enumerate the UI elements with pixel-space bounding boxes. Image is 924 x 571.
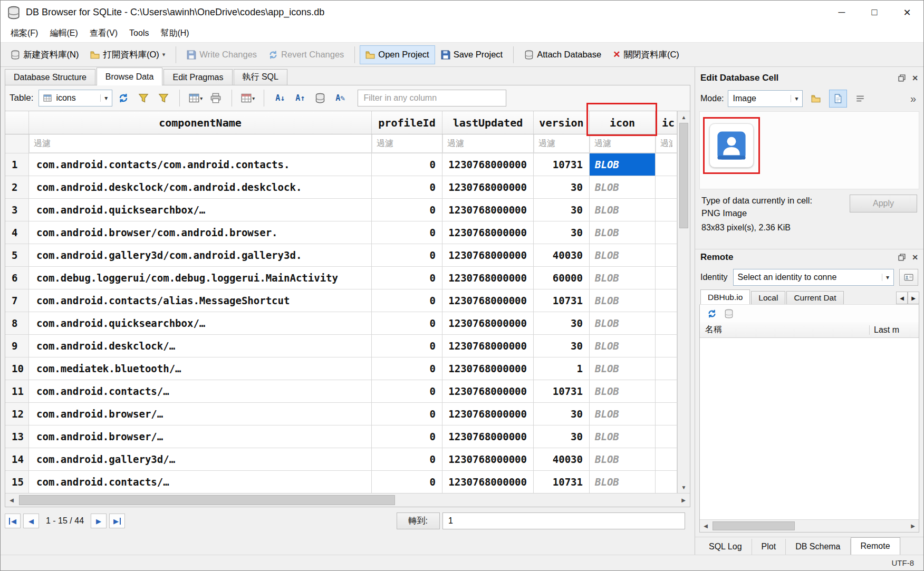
tab-local[interactable]: Local xyxy=(751,291,785,304)
filter-input-icon[interactable] xyxy=(590,134,655,153)
horizontal-scroll-track[interactable] xyxy=(18,493,677,507)
row-number[interactable]: 7 xyxy=(5,289,29,312)
cell-version[interactable]: 1 xyxy=(534,357,590,380)
cell-profileId[interactable]: 0 xyxy=(372,199,442,221)
cell-lastUpdated[interactable]: 1230768000000 xyxy=(442,425,534,448)
cell-profileId[interactable]: 0 xyxy=(372,267,442,289)
table-select[interactable]: icons ▾ xyxy=(38,90,112,107)
cell-lastUpdated[interactable]: 1230768000000 xyxy=(442,267,534,289)
cell-profileId[interactable]: 0 xyxy=(372,448,442,471)
filter-input-profileId[interactable] xyxy=(372,134,442,153)
cell-profileId[interactable]: 0 xyxy=(372,176,442,199)
cell-icon[interactable]: BLOB xyxy=(590,289,656,312)
cell-componentName[interactable]: com.android.contacts/com.android.contact… xyxy=(29,153,372,176)
remote-scroll-thumb[interactable] xyxy=(713,521,795,530)
row-number[interactable]: 13 xyxy=(5,425,29,448)
apply-button[interactable]: Apply xyxy=(850,195,917,212)
cell-icon[interactable]: BLOB xyxy=(590,335,656,357)
cell-partial[interactable] xyxy=(656,357,677,380)
cell-componentName[interactable]: com.android.browser/com.android.browser. xyxy=(29,221,372,244)
remote-scroll-track[interactable] xyxy=(711,520,907,532)
scroll-up-icon[interactable]: ▲ xyxy=(678,111,690,123)
cell-lastUpdated[interactable]: 1230768000000 xyxy=(442,221,534,244)
tab-remote[interactable]: Remote xyxy=(851,537,900,555)
column-header-profileId[interactable]: profileId xyxy=(372,111,442,134)
cell-version[interactable]: 30 xyxy=(534,221,590,244)
close-panel-icon[interactable]: ✕ xyxy=(912,74,918,82)
cell-partial[interactable] xyxy=(656,335,677,357)
cell-lastUpdated[interactable]: 1230768000000 xyxy=(442,176,534,199)
cell-profileId[interactable]: 0 xyxy=(372,312,442,335)
cell-icon[interactable]: BLOB xyxy=(590,448,656,471)
text-view-button[interactable] xyxy=(851,90,869,108)
cell-version[interactable]: 30 xyxy=(534,335,590,357)
filter-input-version[interactable] xyxy=(534,134,589,153)
close-database-button[interactable]: ✕ 關閉資料庫(C) xyxy=(607,45,685,64)
float-panel-icon[interactable] xyxy=(898,254,906,261)
save-filter-button[interactable] xyxy=(155,89,172,107)
column-header-componentName[interactable]: componentName xyxy=(29,111,372,134)
cell-componentName[interactable]: com.android.contacts/… xyxy=(29,471,372,493)
delete-record-button[interactable]: ▾ xyxy=(239,89,257,107)
menu-tools[interactable]: Tools xyxy=(123,26,155,40)
row-number[interactable]: 10 xyxy=(5,357,29,380)
cell-profileId[interactable]: 0 xyxy=(372,425,442,448)
cell-icon[interactable]: BLOB xyxy=(590,221,656,244)
cell-version[interactable]: 10731 xyxy=(534,153,590,176)
cell-version[interactable]: 30 xyxy=(534,199,590,221)
minimize-icon[interactable]: ─ xyxy=(825,1,858,24)
tab-execute-sql[interactable]: 執行 SQL xyxy=(234,69,287,85)
cell-componentName[interactable]: com.android.gallery3d/com.android.galler… xyxy=(29,244,372,267)
cell-partial[interactable] xyxy=(656,448,677,471)
cell-icon[interactable]: BLOB xyxy=(590,471,656,493)
scroll-left-icon[interactable]: ◀ xyxy=(5,493,18,507)
tab-plot[interactable]: Plot xyxy=(752,539,786,555)
cell-icon[interactable]: BLOB xyxy=(590,153,656,176)
cell-lastUpdated[interactable]: 1230768000000 xyxy=(442,199,534,221)
tab-scroll-left-icon[interactable]: ◀ xyxy=(896,292,908,304)
column-header-lastUpdated[interactable]: lastUpdated xyxy=(442,111,534,134)
cell-partial[interactable] xyxy=(656,289,677,312)
cell-profileId[interactable]: 0 xyxy=(372,289,442,312)
cell-lastUpdated[interactable]: 1230768000000 xyxy=(442,380,534,403)
open-database-caret-icon[interactable]: ▾ xyxy=(162,51,166,58)
scroll-right-icon[interactable]: ▶ xyxy=(907,520,919,532)
revert-changes-button[interactable]: Revert Changes xyxy=(263,45,350,64)
cell-lastUpdated[interactable]: 1230768000000 xyxy=(442,312,534,335)
scroll-left-icon[interactable]: ◀ xyxy=(700,520,711,532)
clear-filters-button[interactable] xyxy=(134,89,152,107)
cell-componentName[interactable]: com.mediatek.bluetooth/… xyxy=(29,357,372,380)
cell-lastUpdated[interactable]: 1230768000000 xyxy=(442,403,534,425)
vertical-scrollbar[interactable]: ▲ ▼ xyxy=(677,111,690,493)
column-header-last-modified[interactable]: Last m xyxy=(869,325,919,335)
cell-componentName[interactable]: com.debug.loggerui/com.debug.loggerui.Ma… xyxy=(29,267,372,289)
write-changes-button[interactable]: Write Changes xyxy=(181,45,263,64)
remote-horizontal-scrollbar[interactable]: ◀ ▶ xyxy=(700,519,919,532)
cell-version[interactable]: 40030 xyxy=(534,244,590,267)
previous-page-button[interactable]: ◀ xyxy=(23,514,39,528)
column-header-partial[interactable]: ic xyxy=(656,111,677,134)
cell-icon[interactable]: BLOB xyxy=(590,244,656,267)
scroll-right-icon[interactable]: ▶ xyxy=(677,493,690,507)
cell-lastUpdated[interactable]: 1230768000000 xyxy=(442,289,534,312)
menu-edit[interactable]: 編輯(E) xyxy=(44,26,83,41)
sort-desc-button[interactable]: A↑ xyxy=(291,89,309,107)
grid-corner[interactable] xyxy=(5,111,29,134)
cell-partial[interactable] xyxy=(656,176,677,199)
row-number[interactable]: 2 xyxy=(5,176,29,199)
mode-select[interactable]: Image ▾ xyxy=(728,90,803,107)
encoding-indicator[interactable]: UTF-8 xyxy=(892,558,915,567)
row-number[interactable]: 9 xyxy=(5,335,29,357)
horizontal-scrollbar[interactable]: ◀ ▶ xyxy=(5,493,690,507)
filter-input-partial[interactable] xyxy=(656,134,677,153)
cell-componentName[interactable]: com.android.gallery3d/… xyxy=(29,448,372,471)
goto-record-input[interactable] xyxy=(442,512,685,529)
open-project-button[interactable]: Open Project xyxy=(360,45,435,64)
cell-profileId[interactable]: 0 xyxy=(372,471,442,493)
cell-partial[interactable] xyxy=(656,153,677,176)
cell-partial[interactable] xyxy=(656,267,677,289)
tab-browse-data[interactable]: Browse Data xyxy=(97,67,163,85)
cell-profileId[interactable]: 0 xyxy=(372,153,442,176)
float-panel-icon[interactable] xyxy=(898,74,906,82)
cell-version[interactable]: 30 xyxy=(534,403,590,425)
